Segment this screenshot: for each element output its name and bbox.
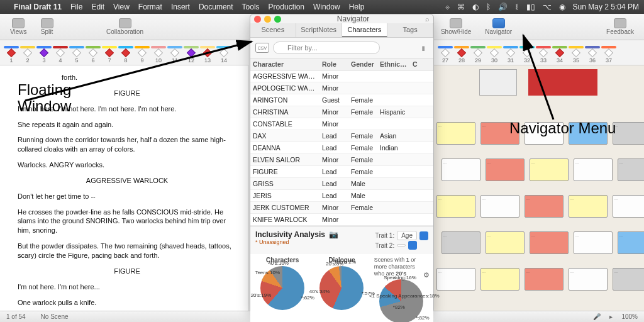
table-row[interactable]: JERISLeadMale [250, 190, 433, 202]
beat-card[interactable]: … [569, 268, 608, 291]
col-ethnicity[interactable]: Ethnicity [377, 58, 410, 70]
beat-card[interactable]: … [436, 195, 475, 218]
feedback-button[interactable]: Feedback [601, 17, 639, 36]
trait1-menu-icon[interactable] [419, 231, 428, 240]
menu-insert[interactable]: Insert [171, 3, 190, 11]
beat-card[interactable]: … [613, 122, 644, 145]
beat-card[interactable]: … [480, 195, 519, 218]
camera-icon[interactable]: 📷 [329, 230, 338, 239]
siri-icon[interactable]: ◉ [559, 3, 565, 11]
scene-marker[interactable]: 28 [454, 46, 469, 64]
table-row[interactable]: KNIFE WARLOCKMinor [250, 214, 433, 226]
navigator-window[interactable]: Navigator ⌕ Scenes ScriptNotes Character… [250, 14, 434, 313]
menu-format[interactable]: Format [138, 3, 162, 11]
scene-marker[interactable]: 30 [487, 46, 502, 64]
show-hide-button[interactable]: Show/Hide [436, 17, 476, 36]
beat-card[interactable]: … [613, 195, 644, 218]
beat-card[interactable]: … [441, 158, 480, 181]
beat-card[interactable]: … [441, 231, 480, 254]
col-gender[interactable]: Gender [348, 58, 377, 70]
scene-marker[interactable]: 29 [470, 46, 486, 64]
mic-icon[interactable]: 🎤 [593, 313, 601, 320]
scene-marker[interactable]: 27 [438, 46, 453, 64]
beat-card[interactable]: … [613, 268, 644, 291]
filter-input[interactable] [273, 42, 380, 54]
play-icon[interactable]: ▸ [609, 313, 613, 320]
navigator-titlebar[interactable]: Navigator ⌕ [250, 14, 433, 23]
characters-pie[interactable]: *:62%20's:19%Teens:10%40's:10% [260, 266, 304, 310]
menubar-icon[interactable]: ⌘ [457, 3, 465, 11]
control-center-icon[interactable]: ⌥ [543, 3, 552, 11]
scene-marker[interactable]: 37 [601, 46, 616, 64]
character-cue: AGGRESSIVE WARLOCK [18, 176, 236, 186]
beat-card[interactable]: … [530, 158, 569, 181]
beat-card[interactable]: … [569, 195, 608, 218]
beat-card[interactable]: … [486, 231, 525, 254]
beat-card[interactable]: … [530, 231, 569, 254]
beat-card[interactable]: … [525, 195, 564, 218]
beat-card[interactable]: … [618, 158, 644, 181]
wifi-icon[interactable]: ⧙ [515, 3, 519, 11]
scenes-pie[interactable]: *:82%<1 Speaking Appearances:18%Speaking… [379, 279, 423, 322]
beat-card[interactable]: … [480, 268, 519, 291]
search-icon[interactable]: ⌕ [425, 15, 430, 23]
menu-tools[interactable]: Tools [242, 3, 260, 11]
menu-window[interactable]: Window [313, 3, 340, 11]
tab-scriptnotes[interactable]: ScriptNotes [296, 23, 342, 37]
tab-tags[interactable]: Tags [387, 23, 433, 37]
trait2-menu-icon[interactable] [408, 241, 417, 250]
beat-card[interactable]: … [436, 122, 475, 145]
table-row[interactable]: CONSTABLEMinor [250, 118, 433, 130]
table-row[interactable]: ELVEN SAILORMinorFemale [250, 154, 433, 166]
app-name[interactable]: Final Draft 11 [14, 3, 62, 11]
gear-icon[interactable]: ⚙ [423, 271, 430, 279]
close-icon[interactable] [254, 16, 261, 23]
battery-icon[interactable]: ▮▯ [526, 3, 535, 11]
sort-icon[interactable]: ⫼ [418, 43, 428, 53]
table-row[interactable]: GRISSLeadMale [250, 178, 433, 190]
views-button[interactable]: Views [5, 17, 32, 36]
minimize-icon[interactable] [264, 16, 271, 23]
col-more[interactable]: C [410, 58, 423, 70]
menu-production[interactable]: Production [269, 3, 304, 11]
action-line: Running down the corridor towards her, h… [18, 135, 236, 154]
table-row[interactable]: FIGURELeadFemale [250, 166, 433, 178]
tab-scenes[interactable]: Scenes [250, 23, 296, 37]
character-table[interactable]: Character Role Gender Ethnicity C AGGRES… [250, 58, 433, 226]
people-icon [119, 18, 131, 28]
menu-view[interactable]: View [113, 3, 130, 11]
bluetooth-icon[interactable]: ᛒ [486, 3, 491, 11]
tab-characters[interactable]: Characters [342, 23, 388, 37]
dialogue: I'm not here. I'm not here... [18, 282, 236, 292]
table-row[interactable]: APOLOGETIC WARLOCKMinor [250, 82, 433, 94]
table-row[interactable]: AGGRESSIVE WARLOCKMinor [250, 70, 433, 82]
volume-icon[interactable]: 🔊 [498, 3, 508, 11]
col-role[interactable]: Role [319, 58, 348, 70]
table-row[interactable]: ARINGTONGuestFemale [250, 94, 433, 106]
menu-document[interactable]: Document [199, 3, 233, 11]
table-row[interactable]: DEANNALeadFemaleIndian [250, 142, 433, 154]
beat-card[interactable]: … [486, 158, 525, 181]
menu-help[interactable]: Help [349, 3, 365, 11]
split-button[interactable]: Split [36, 17, 58, 36]
beat-card[interactable]: … [436, 268, 475, 291]
zoom-icon[interactable] [274, 16, 281, 23]
menu-file[interactable]: File [70, 3, 82, 11]
zoom-indicator[interactable]: 100% [621, 313, 638, 320]
dialogue-pie[interactable]: *:57%40's:34%20's:8%Teens:2% [319, 266, 364, 310]
beat-card[interactable]: … [618, 231, 644, 254]
board-image[interactable] [479, 69, 517, 96]
navigator-button[interactable]: Navigator [480, 17, 517, 36]
beat-card[interactable]: … [574, 158, 613, 181]
beat-card[interactable]: … [574, 231, 613, 254]
trait1-select[interactable]: Age [397, 231, 417, 240]
collaboration-button[interactable]: Collaboration [62, 17, 188, 36]
table-row[interactable]: JERK CUSTOMERMinorFemale [250, 202, 433, 214]
shield-icon[interactable]: ◐ [472, 3, 479, 11]
beat-card[interactable]: … [525, 268, 564, 291]
table-row[interactable]: DAXLeadFemaleAsian [250, 130, 433, 142]
menu-edit[interactable]: Edit [91, 3, 104, 11]
table-row[interactable]: CHRISTINAMinorFemaleHispanic [250, 106, 433, 118]
dropbox-icon[interactable]: ⟐ [445, 3, 450, 11]
trait2-select[interactable] [397, 244, 406, 247]
